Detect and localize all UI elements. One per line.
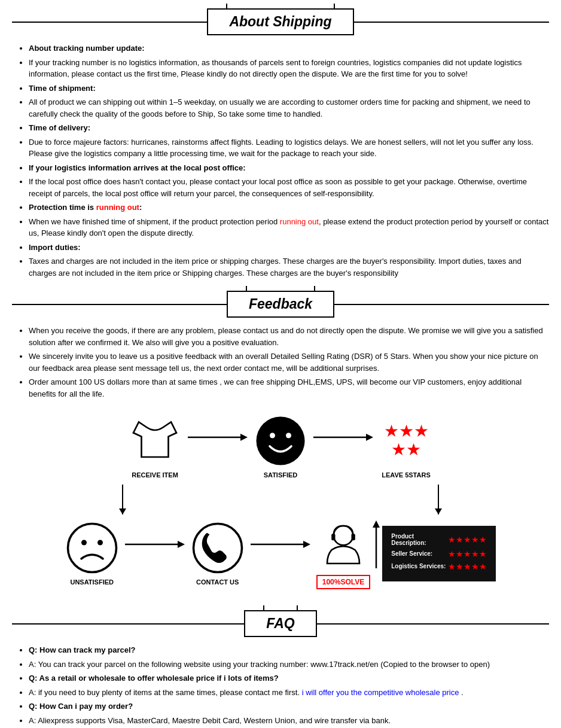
shipping-title-left-line xyxy=(12,22,207,23)
faq-q1-bold: Q: How can track my parcel? xyxy=(29,645,135,654)
list-item: When we have finished time of shipment, … xyxy=(29,216,549,239)
faq-i-text: i will offer you the competitive wholesa… xyxy=(302,688,459,697)
svg-marker-6 xyxy=(366,434,373,441)
feedback-section: Feedback When you receive the goods, if … xyxy=(12,291,549,598)
contact-us-diagram: CONTACT US xyxy=(191,521,245,586)
svg-point-3 xyxy=(270,433,275,438)
unsatisfied-diagram: UNSATISFIED xyxy=(65,521,119,586)
shipping-list: About tracking number update: If your tr… xyxy=(12,42,549,279)
running-out-inline: running out xyxy=(280,217,319,226)
stars-logistics-label: Logistics Services: xyxy=(391,563,448,569)
support-icon xyxy=(316,520,370,574)
shipping-title-row: About Shipping xyxy=(12,8,549,35)
vertical-arrows-row xyxy=(95,485,466,514)
stars-desc-label: Product Description: xyxy=(391,533,448,546)
shirt-icon xyxy=(128,414,182,468)
leave-5stars-diagram: ★★★ ★★ LEAVE 5STARS xyxy=(379,414,433,479)
shipping-item-7-bold: If your logistics information arrives at… xyxy=(29,163,246,172)
faq-q3-bold: Q: How Can i pay my order? xyxy=(29,702,133,711)
svg-point-12 xyxy=(193,524,242,572)
list-item: Taxes and charges are not included in th… xyxy=(29,255,549,279)
svg-point-9 xyxy=(97,540,103,546)
leave-stars-label: LEAVE 5STARS xyxy=(382,471,431,479)
five-stars-icon: ★★★ ★★ xyxy=(379,414,433,468)
sad-icon xyxy=(65,521,119,575)
shipping-item-3-bold: Time of shipment: xyxy=(29,84,96,93)
shipping-item-1-bold: About tracking number update: xyxy=(29,44,145,53)
stars-seller-label: Seller Service: xyxy=(391,550,448,557)
list-item: We sincerely invite you to leave us a po… xyxy=(29,351,549,374)
stars-seller-row: Seller Service: ★★★★★ xyxy=(391,549,487,559)
svg-marker-14 xyxy=(303,541,310,548)
arrow-to-satisfied xyxy=(188,431,248,461)
faq-title-right-line xyxy=(317,623,549,625)
list-item: If your tracking number is no logistics … xyxy=(29,57,549,80)
svg-point-7 xyxy=(68,524,116,572)
diagram-bottom-row: UNSATISFIED CONTACT US xyxy=(65,520,496,586)
list-item: When you receive the goods, if there are… xyxy=(29,325,549,348)
arrow-to-stars xyxy=(313,431,373,461)
list-item: Time of shipment: xyxy=(29,83,549,95)
unsatisfied-label: UNSATISFIED xyxy=(70,578,114,586)
shipping-title-right-line xyxy=(354,22,549,23)
list-item: A: You can track your parcel on the foll… xyxy=(29,659,549,671)
faq-title-box: FAQ xyxy=(244,610,316,637)
stars-rating-box: Product Description: ★★★★★ Seller Servic… xyxy=(382,526,496,581)
stars-logistics-row: Logistics Services: ★★★★★ xyxy=(391,562,487,571)
running-out-text: running out xyxy=(96,203,139,212)
stars-desc-stars: ★★★★★ xyxy=(448,535,487,544)
receive-item-diagram: RECEIVE ITEM xyxy=(128,414,182,479)
faq-title-row: FAQ xyxy=(12,610,549,637)
faq-section: FAQ Q: How can track my parcel? A: You c… xyxy=(12,610,549,726)
list-item: Order amount 100 US dollars more than at… xyxy=(29,376,549,400)
phone-icon xyxy=(191,521,245,575)
solve-label-text: 100%SOLVE xyxy=(316,575,370,589)
satisfied-diagram: SATISFIED xyxy=(254,414,307,479)
feedback-title-row: Feedback xyxy=(12,291,549,318)
diagram-top-row: RECEIVE ITEM SAT xyxy=(128,414,433,479)
arrow-to-solve xyxy=(251,538,310,568)
list-item: Due to force majeure factors: hurricanes… xyxy=(29,136,549,160)
down-arrow-right xyxy=(438,485,439,514)
down-arrow-left xyxy=(122,485,123,514)
list-item: Time of delivery: xyxy=(29,122,549,134)
svg-marker-11 xyxy=(178,541,185,548)
stars-row-1: ★★★ xyxy=(384,422,429,441)
list-item: Q: How can track my parcel? xyxy=(29,644,549,656)
svg-point-2 xyxy=(257,417,305,465)
list-item: Q: As a retail or wholesale to offer who… xyxy=(29,672,549,684)
svg-rect-17 xyxy=(351,534,355,541)
faq-list: Q: How can track my parcel? A: You can t… xyxy=(12,644,549,726)
list-item: Protection time is running out: xyxy=(29,202,549,214)
list-item: Import duties: xyxy=(29,242,549,254)
faq-title-left-line xyxy=(12,623,244,625)
svg-point-8 xyxy=(81,540,87,546)
stars-desc-row: Product Description: ★★★★★ xyxy=(391,533,487,546)
svg-marker-19 xyxy=(373,520,380,528)
feedback-list: When you receive the goods, if there are… xyxy=(12,325,549,400)
faq-q2-bold: Q: As a retail or wholesale to offer who… xyxy=(29,674,279,683)
solve-diagram: 100%SOLVE xyxy=(316,520,370,586)
shipping-item-11-bold: Import duties: xyxy=(29,243,81,252)
shipping-title-box: About Shipping xyxy=(207,8,353,35)
svg-marker-1 xyxy=(240,434,248,441)
stars-row-2: ★★ xyxy=(391,441,421,459)
receive-label: RECEIVE ITEM xyxy=(132,471,178,479)
shipping-item-5-bold: Time of delivery: xyxy=(29,123,90,132)
arrow-to-contact xyxy=(125,538,185,568)
satisfied-label: SATISFIED xyxy=(264,471,298,479)
svg-point-4 xyxy=(286,433,291,438)
list-item: All of product we can shipping out withi… xyxy=(29,96,549,120)
feedback-title-box: Feedback xyxy=(227,291,334,318)
stars-logistics-stars: ★★★★★ xyxy=(448,562,487,571)
feedback-title-left-line xyxy=(12,304,227,305)
list-item: Q: How Can i pay my order? xyxy=(29,700,549,712)
feedback-diagram: RECEIVE ITEM SAT xyxy=(12,402,549,598)
list-item: If the local post office does hasn't con… xyxy=(29,176,549,199)
stars-seller-stars: ★★★★★ xyxy=(448,549,487,559)
svg-rect-16 xyxy=(331,534,335,541)
list-item: A: Aliexpress supports Visa, MasterCard,… xyxy=(29,715,549,727)
shipping-section: About Shipping About tracking number upd… xyxy=(12,8,549,279)
arrow-up-wrapper xyxy=(370,520,382,586)
smiley-icon xyxy=(254,414,307,468)
